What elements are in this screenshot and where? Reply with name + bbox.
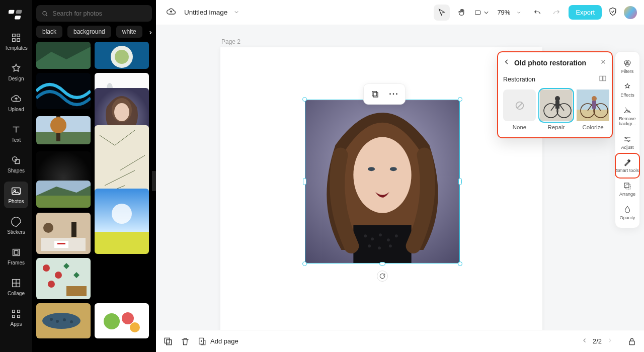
privacy-icon[interactable]	[608, 7, 618, 19]
nav-templates[interactable]: Templates	[4, 28, 28, 55]
photo-thumb[interactable]	[36, 181, 91, 209]
layers-button[interactable]	[163, 336, 173, 346]
resize-handle-r[interactable]	[458, 178, 462, 185]
nav-label: Frames	[8, 260, 25, 266]
svg-point-64	[122, 312, 134, 324]
tag-chip[interactable]: white	[116, 26, 142, 38]
nav-text[interactable]: Text	[4, 120, 28, 147]
resize-handle-tr[interactable]	[458, 97, 462, 102]
canvas-image[interactable]	[305, 100, 460, 263]
photo-thumb[interactable]	[36, 303, 91, 338]
brand-logo[interactable]	[9, 7, 24, 24]
svg-rect-80	[372, 92, 377, 96]
svg-rect-55	[66, 286, 87, 296]
svg-point-58	[50, 318, 53, 321]
tag-chip[interactable]: background	[67, 26, 111, 38]
svg-point-65	[130, 322, 140, 332]
page-navigator: 2/2	[582, 337, 613, 345]
nav-collage[interactable]: Collage	[4, 274, 28, 300]
export-button[interactable]: Export	[569, 5, 602, 20]
none-icon	[503, 90, 536, 121]
restoration-option-none[interactable]: None	[503, 90, 536, 130]
resize-handle-l[interactable]	[303, 178, 306, 185]
undo-button[interactable]	[529, 5, 545, 21]
selection-toolbar: ···	[363, 83, 406, 105]
nav-label: Collage	[8, 291, 25, 296]
svg-point-73	[371, 237, 374, 240]
nav-label: Stickers	[7, 229, 25, 235]
canvas-area[interactable]: Page 2	[156, 25, 644, 330]
hand-tool-button[interactable]	[454, 5, 470, 21]
selected-image[interactable]	[305, 100, 460, 263]
resize-handle-tl[interactable]	[302, 97, 307, 102]
more-options-button[interactable]: ···	[386, 87, 402, 101]
tool-filters[interactable]: Filters	[616, 55, 639, 78]
cloud-sync-icon[interactable]	[166, 7, 176, 19]
zoom-menu-chevron-icon[interactable]	[516, 8, 521, 17]
photo-thumb[interactable]	[36, 213, 91, 254]
photo-thumb[interactable]	[95, 303, 149, 338]
svg-point-32	[50, 117, 66, 133]
tool-opacity[interactable]: Opacity	[616, 201, 639, 225]
tag-chip[interactable]: black	[36, 26, 62, 38]
photo-thumb[interactable]	[95, 189, 149, 254]
bottombar: Add page 2/2	[156, 330, 644, 352]
compare-icon[interactable]	[599, 74, 607, 84]
nav-shapes[interactable]: Shapes	[4, 151, 28, 178]
add-page-button[interactable]: Add page	[197, 337, 238, 346]
lock-button[interactable]	[627, 336, 637, 346]
tool-smart-tools[interactable]: Smart tools	[616, 154, 639, 178]
crop-button[interactable]	[367, 87, 383, 101]
popover-title: Old photo restoration	[514, 59, 596, 67]
prev-page-button[interactable]	[582, 337, 588, 345]
photo-grid	[32, 42, 156, 352]
back-button[interactable]	[503, 58, 510, 67]
nav-frames[interactable]: Frames	[4, 243, 28, 270]
nav-photos[interactable]: Photos	[4, 182, 28, 208]
rotate-handle[interactable]	[377, 271, 388, 282]
topbar: Untitled image 79% Export	[156, 0, 644, 25]
next-page-button[interactable]	[607, 337, 613, 345]
tool-arrange[interactable]: Arrange	[616, 178, 639, 201]
resize-handle-b[interactable]	[379, 262, 385, 266]
photo-thumb[interactable]	[95, 42, 149, 69]
option-label: None	[513, 124, 527, 130]
canvas-size-button[interactable]	[474, 5, 490, 21]
cursor-tool-button[interactable]	[434, 5, 450, 21]
resize-handle-br[interactable]	[458, 261, 462, 266]
svg-rect-5	[13, 39, 16, 42]
user-avatar[interactable]	[624, 6, 637, 19]
tool-effects[interactable]: Effects	[616, 78, 639, 102]
restoration-option-repair[interactable]: Repair	[540, 90, 573, 130]
resize-handle-bl[interactable]	[302, 261, 307, 266]
zoom-level[interactable]: 79%	[497, 9, 510, 16]
delete-page-button[interactable]	[180, 336, 190, 346]
document-title[interactable]: Untitled image	[184, 9, 227, 16]
photo-thumb[interactable]	[36, 42, 91, 69]
old-photo-restoration-popover: Old photo restoration Restoration None R…	[497, 51, 613, 138]
nav-apps[interactable]: Apps	[4, 304, 28, 331]
doc-menu-chevron-icon[interactable]	[233, 8, 239, 17]
tag-scroll-right[interactable]	[145, 26, 156, 40]
right-toolrail: Filters Effects Remove backgr... Adjust …	[615, 51, 640, 228]
photo-thumb[interactable]	[36, 116, 91, 147]
nav-stickers[interactable]: Stickers	[4, 212, 28, 239]
svg-point-69	[368, 167, 375, 171]
redo-button[interactable]	[548, 5, 565, 21]
svg-rect-2	[16, 10, 22, 14]
nav-upload[interactable]: Upload	[4, 90, 28, 116]
search-input[interactable]	[52, 10, 147, 17]
svg-point-35	[114, 103, 129, 121]
restoration-option-colorize[interactable]: Colorize	[577, 90, 609, 130]
nav-label: Templates	[5, 45, 28, 51]
tool-adjust[interactable]: Adjust	[616, 131, 639, 154]
svg-point-63	[104, 313, 120, 329]
svg-rect-45	[57, 243, 65, 244]
search-input-wrap[interactable]	[36, 5, 152, 22]
nav-design[interactable]: Design	[4, 59, 28, 85]
photo-thumb[interactable]	[36, 73, 91, 112]
svg-point-74	[379, 233, 382, 236]
tool-remove-background[interactable]: Remove backgr...	[616, 102, 639, 131]
photo-thumb[interactable]	[36, 258, 91, 299]
close-button[interactable]	[600, 58, 607, 67]
